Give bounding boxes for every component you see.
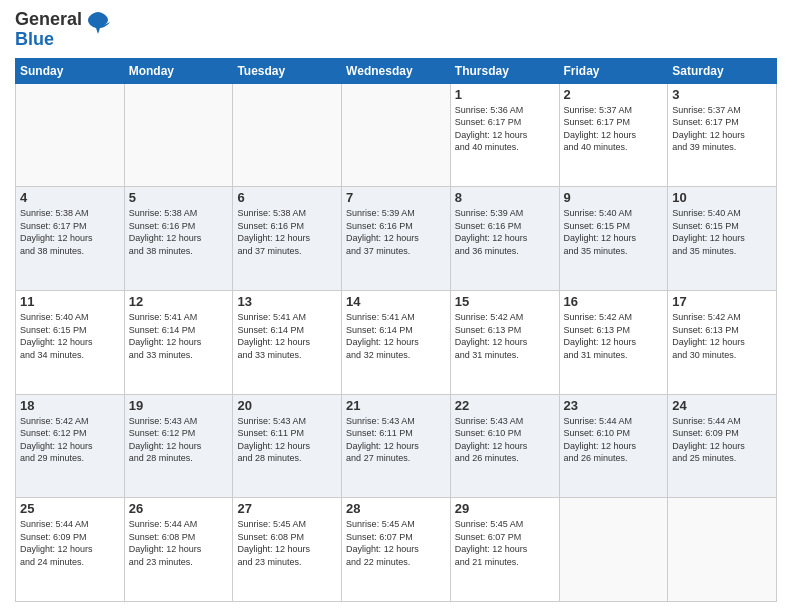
calendar-cell: 4Sunrise: 5:38 AM Sunset: 6:17 PM Daylig… <box>16 187 125 291</box>
calendar-cell: 29Sunrise: 5:45 AM Sunset: 6:07 PM Dayli… <box>450 498 559 602</box>
day-info: Sunrise: 5:44 AM Sunset: 6:09 PM Dayligh… <box>672 415 772 465</box>
day-info: Sunrise: 5:45 AM Sunset: 6:07 PM Dayligh… <box>346 518 446 568</box>
day-number: 14 <box>346 294 446 309</box>
calendar-week-row: 4Sunrise: 5:38 AM Sunset: 6:17 PM Daylig… <box>16 187 777 291</box>
day-info: Sunrise: 5:43 AM Sunset: 6:10 PM Dayligh… <box>455 415 555 465</box>
day-number: 21 <box>346 398 446 413</box>
calendar-cell <box>668 498 777 602</box>
day-number: 9 <box>564 190 664 205</box>
calendar-cell: 1Sunrise: 5:36 AM Sunset: 6:17 PM Daylig… <box>450 83 559 187</box>
day-number: 4 <box>20 190 120 205</box>
day-info: Sunrise: 5:41 AM Sunset: 6:14 PM Dayligh… <box>237 311 337 361</box>
page: General Blue SundayMondayTuesdayWednesda… <box>0 0 792 612</box>
day-info: Sunrise: 5:38 AM Sunset: 6:16 PM Dayligh… <box>237 207 337 257</box>
day-number: 5 <box>129 190 229 205</box>
calendar-cell: 19Sunrise: 5:43 AM Sunset: 6:12 PM Dayli… <box>124 394 233 498</box>
day-info: Sunrise: 5:38 AM Sunset: 6:16 PM Dayligh… <box>129 207 229 257</box>
day-number: 16 <box>564 294 664 309</box>
calendar-cell: 20Sunrise: 5:43 AM Sunset: 6:11 PM Dayli… <box>233 394 342 498</box>
logo-blue: Blue <box>15 30 82 50</box>
day-number: 22 <box>455 398 555 413</box>
day-number: 3 <box>672 87 772 102</box>
calendar-cell: 5Sunrise: 5:38 AM Sunset: 6:16 PM Daylig… <box>124 187 233 291</box>
calendar-cell: 26Sunrise: 5:44 AM Sunset: 6:08 PM Dayli… <box>124 498 233 602</box>
day-of-week-header: Saturday <box>668 58 777 83</box>
calendar-table: SundayMondayTuesdayWednesdayThursdayFrid… <box>15 58 777 602</box>
calendar-cell <box>559 498 668 602</box>
day-info: Sunrise: 5:44 AM Sunset: 6:10 PM Dayligh… <box>564 415 664 465</box>
calendar-cell: 25Sunrise: 5:44 AM Sunset: 6:09 PM Dayli… <box>16 498 125 602</box>
day-number: 13 <box>237 294 337 309</box>
day-info: Sunrise: 5:36 AM Sunset: 6:17 PM Dayligh… <box>455 104 555 154</box>
day-number: 7 <box>346 190 446 205</box>
day-number: 11 <box>20 294 120 309</box>
calendar-cell: 6Sunrise: 5:38 AM Sunset: 6:16 PM Daylig… <box>233 187 342 291</box>
calendar-cell: 21Sunrise: 5:43 AM Sunset: 6:11 PM Dayli… <box>342 394 451 498</box>
day-of-week-header: Friday <box>559 58 668 83</box>
calendar-cell: 7Sunrise: 5:39 AM Sunset: 6:16 PM Daylig… <box>342 187 451 291</box>
day-info: Sunrise: 5:41 AM Sunset: 6:14 PM Dayligh… <box>346 311 446 361</box>
day-header-row: SundayMondayTuesdayWednesdayThursdayFrid… <box>16 58 777 83</box>
day-info: Sunrise: 5:45 AM Sunset: 6:08 PM Dayligh… <box>237 518 337 568</box>
day-info: Sunrise: 5:42 AM Sunset: 6:13 PM Dayligh… <box>455 311 555 361</box>
logo-general: General <box>15 10 82 30</box>
day-number: 24 <box>672 398 772 413</box>
day-info: Sunrise: 5:37 AM Sunset: 6:17 PM Dayligh… <box>672 104 772 154</box>
calendar-week-row: 11Sunrise: 5:40 AM Sunset: 6:15 PM Dayli… <box>16 290 777 394</box>
calendar-cell: 14Sunrise: 5:41 AM Sunset: 6:14 PM Dayli… <box>342 290 451 394</box>
calendar-cell: 10Sunrise: 5:40 AM Sunset: 6:15 PM Dayli… <box>668 187 777 291</box>
day-number: 8 <box>455 190 555 205</box>
day-of-week-header: Sunday <box>16 58 125 83</box>
day-info: Sunrise: 5:44 AM Sunset: 6:09 PM Dayligh… <box>20 518 120 568</box>
day-info: Sunrise: 5:42 AM Sunset: 6:12 PM Dayligh… <box>20 415 120 465</box>
day-of-week-header: Tuesday <box>233 58 342 83</box>
logo-bird-icon <box>84 8 112 36</box>
calendar-cell: 12Sunrise: 5:41 AM Sunset: 6:14 PM Dayli… <box>124 290 233 394</box>
day-number: 10 <box>672 190 772 205</box>
day-info: Sunrise: 5:40 AM Sunset: 6:15 PM Dayligh… <box>564 207 664 257</box>
day-info: Sunrise: 5:40 AM Sunset: 6:15 PM Dayligh… <box>20 311 120 361</box>
day-info: Sunrise: 5:39 AM Sunset: 6:16 PM Dayligh… <box>346 207 446 257</box>
calendar-cell: 9Sunrise: 5:40 AM Sunset: 6:15 PM Daylig… <box>559 187 668 291</box>
calendar-cell: 13Sunrise: 5:41 AM Sunset: 6:14 PM Dayli… <box>233 290 342 394</box>
day-number: 27 <box>237 501 337 516</box>
day-info: Sunrise: 5:42 AM Sunset: 6:13 PM Dayligh… <box>564 311 664 361</box>
day-info: Sunrise: 5:41 AM Sunset: 6:14 PM Dayligh… <box>129 311 229 361</box>
calendar-cell: 23Sunrise: 5:44 AM Sunset: 6:10 PM Dayli… <box>559 394 668 498</box>
day-info: Sunrise: 5:44 AM Sunset: 6:08 PM Dayligh… <box>129 518 229 568</box>
calendar-cell: 2Sunrise: 5:37 AM Sunset: 6:17 PM Daylig… <box>559 83 668 187</box>
day-number: 6 <box>237 190 337 205</box>
day-number: 1 <box>455 87 555 102</box>
day-number: 19 <box>129 398 229 413</box>
logo: General Blue <box>15 10 112 50</box>
day-number: 15 <box>455 294 555 309</box>
day-number: 20 <box>237 398 337 413</box>
calendar-cell: 18Sunrise: 5:42 AM Sunset: 6:12 PM Dayli… <box>16 394 125 498</box>
day-info: Sunrise: 5:37 AM Sunset: 6:17 PM Dayligh… <box>564 104 664 154</box>
day-number: 12 <box>129 294 229 309</box>
calendar-cell <box>124 83 233 187</box>
day-info: Sunrise: 5:45 AM Sunset: 6:07 PM Dayligh… <box>455 518 555 568</box>
day-info: Sunrise: 5:40 AM Sunset: 6:15 PM Dayligh… <box>672 207 772 257</box>
calendar-week-row: 18Sunrise: 5:42 AM Sunset: 6:12 PM Dayli… <box>16 394 777 498</box>
day-number: 26 <box>129 501 229 516</box>
day-of-week-header: Wednesday <box>342 58 451 83</box>
calendar-week-row: 25Sunrise: 5:44 AM Sunset: 6:09 PM Dayli… <box>16 498 777 602</box>
calendar-cell: 28Sunrise: 5:45 AM Sunset: 6:07 PM Dayli… <box>342 498 451 602</box>
calendar-week-row: 1Sunrise: 5:36 AM Sunset: 6:17 PM Daylig… <box>16 83 777 187</box>
day-info: Sunrise: 5:43 AM Sunset: 6:11 PM Dayligh… <box>237 415 337 465</box>
day-info: Sunrise: 5:43 AM Sunset: 6:11 PM Dayligh… <box>346 415 446 465</box>
day-info: Sunrise: 5:43 AM Sunset: 6:12 PM Dayligh… <box>129 415 229 465</box>
day-number: 2 <box>564 87 664 102</box>
day-number: 25 <box>20 501 120 516</box>
calendar-cell: 22Sunrise: 5:43 AM Sunset: 6:10 PM Dayli… <box>450 394 559 498</box>
calendar-cell: 3Sunrise: 5:37 AM Sunset: 6:17 PM Daylig… <box>668 83 777 187</box>
calendar-cell: 17Sunrise: 5:42 AM Sunset: 6:13 PM Dayli… <box>668 290 777 394</box>
day-info: Sunrise: 5:42 AM Sunset: 6:13 PM Dayligh… <box>672 311 772 361</box>
day-of-week-header: Monday <box>124 58 233 83</box>
day-number: 17 <box>672 294 772 309</box>
day-info: Sunrise: 5:38 AM Sunset: 6:17 PM Dayligh… <box>20 207 120 257</box>
calendar-cell <box>16 83 125 187</box>
day-number: 23 <box>564 398 664 413</box>
calendar-cell: 24Sunrise: 5:44 AM Sunset: 6:09 PM Dayli… <box>668 394 777 498</box>
